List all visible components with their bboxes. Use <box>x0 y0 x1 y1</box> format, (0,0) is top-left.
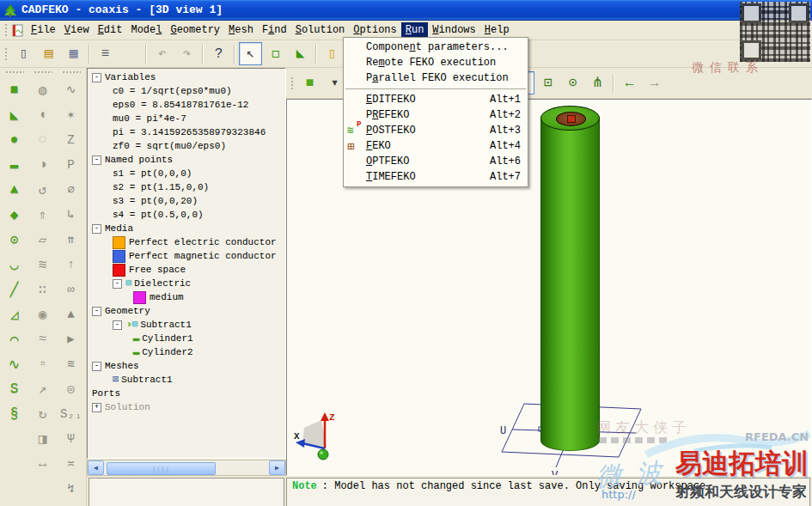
create-spline-button[interactable]: ∿ <box>2 351 27 376</box>
menu-item-feko[interactable]: FEKO Alt+4 <box>344 138 528 154</box>
cone-tool-button[interactable]: ▲ <box>58 302 83 326</box>
redo-button[interactable]: ↷ <box>175 42 198 65</box>
create-polyline-button[interactable]: ◿ <box>2 302 27 326</box>
create-ellipse-button[interactable]: ⊙ <box>2 227 27 252</box>
tree-expand-box[interactable] <box>113 279 122 289</box>
tree-row[interactable]: Subtract1 <box>88 318 285 332</box>
menu-item-optfeko[interactable]: OPTFEKO Alt+6 <box>344 154 528 169</box>
mirror-button[interactable]: ◨ <box>30 426 55 451</box>
toolbar-grip[interactable] <box>290 76 295 90</box>
menu-windows[interactable]: Windows <box>428 22 479 38</box>
create-cuboid-button[interactable]: ■ <box>2 77 27 102</box>
menu-solution[interactable]: Solution <box>291 22 350 38</box>
tree-row[interactable]: s2 = pt(1.15,0,0) <box>88 180 285 194</box>
context-help-button[interactable]: ? <box>207 42 230 65</box>
cylinder-body[interactable] <box>540 117 600 451</box>
view-forward-button[interactable]: → <box>643 71 666 94</box>
tree-expand-box[interactable] <box>92 73 101 82</box>
menu-mesh[interactable]: Mesh <box>224 22 258 38</box>
tree-row[interactable]: Cylinder1 <box>88 332 285 345</box>
tree-expand-box[interactable] <box>92 307 101 316</box>
create-flare-button[interactable]: ◣ <box>2 102 27 127</box>
scrollbar-left-arrow[interactable]: ◀ <box>88 460 104 475</box>
tree-row[interactable]: s4 = pt(0.5,0,0) <box>88 208 285 222</box>
sweep-button[interactable]: ▱ <box>30 227 55 252</box>
zoom-extents-button[interactable]: ⊡ <box>536 71 559 94</box>
create-analytical-curve-button[interactable]: S <box>2 376 27 401</box>
create-cube-button[interactable]: ■ <box>298 71 321 94</box>
3d-view-button[interactable]: 3D <box>119 42 142 65</box>
s-parameter-button[interactable]: S₂₁ <box>58 401 83 426</box>
zoom-window-button[interactable]: ⊙ <box>561 71 584 94</box>
cylinder-top-face[interactable] <box>540 106 600 131</box>
tree-row[interactable]: medium <box>88 290 285 304</box>
menu-run[interactable]: Run <box>401 22 429 38</box>
sine-source-button[interactable]: ∅ <box>58 177 83 202</box>
coax-cylinder-model[interactable] <box>540 106 600 451</box>
tree-section-solution[interactable]: Solution <box>88 400 285 414</box>
explode-button[interactable]: ✶ <box>58 102 83 127</box>
wave-tool-button[interactable]: ∿ <box>58 77 83 102</box>
create-cylinder-button[interactable]: ▬ <box>2 152 27 177</box>
extrude-button[interactable]: ⇑ <box>30 202 55 227</box>
ripple-surface-button[interactable]: ≈ <box>30 326 55 351</box>
rotate-view-button[interactable]: ⋔ <box>586 71 609 94</box>
tree-row[interactable]: Cylinder2 <box>88 345 285 359</box>
rect-select-button[interactable]: ◻ <box>264 42 287 65</box>
tree-expand-box[interactable] <box>92 224 101 234</box>
menu-item-postfeko[interactable]: POSTFEKO Alt+3 <box>344 123 528 138</box>
scrollbar-thumb[interactable] <box>107 462 216 475</box>
toolbar-grip[interactable] <box>62 70 81 75</box>
re-evaluate-button[interactable]: ↻ <box>30 401 55 426</box>
create-paraboloid-button[interactable]: ◡ <box>2 252 27 277</box>
toolbar-grip[interactable] <box>4 47 9 61</box>
menu-item-parallel-feko-execution[interactable]: Parallel FEKO execution <box>344 70 528 86</box>
menu-help[interactable]: Help <box>480 22 514 38</box>
port-p-button[interactable]: P <box>58 152 83 177</box>
half-ellipse-button[interactable]: ◖ <box>30 102 55 127</box>
tree-row[interactable]: Free space <box>88 263 285 277</box>
tree-expand-box[interactable] <box>92 155 101 165</box>
create-helix-button[interactable]: § <box>2 401 27 426</box>
create-line-button[interactable]: ╱ <box>2 277 27 302</box>
tree-row[interactable]: Dielectric <box>88 277 285 290</box>
tree-row[interactable]: Perfect magnetic conductor <box>88 249 285 263</box>
select-pointer-button[interactable]: ↖ <box>239 42 262 65</box>
tree-expand-box[interactable] <box>113 320 122 330</box>
layers-button[interactable]: ≋ <box>58 351 83 376</box>
project-button[interactable]: ↗ <box>30 376 55 401</box>
create-arc-button[interactable]: ⌒ <box>2 326 27 351</box>
scale-button[interactable]: ↔ <box>30 451 55 476</box>
tree-expand-box[interactable] <box>92 362 101 371</box>
menu-model[interactable]: Model <box>126 22 166 38</box>
tree-row[interactable]: eps0 = 8.85418781761e-12 <box>88 98 285 112</box>
tree-row[interactable]: c0 = 1/sqrt(eps0*mu0) <box>88 84 285 98</box>
toolbar-grip[interactable] <box>34 70 52 75</box>
tree-row[interactable]: s1 = pt(0,0,0) <box>88 167 285 180</box>
scrollbar-right-arrow[interactable]: ▶ <box>269 460 285 475</box>
create-polygon-button[interactable]: ◆ <box>2 202 27 227</box>
menu-item-prefeko[interactable]: PREFEKO Alt+2 <box>344 107 528 123</box>
menu-edit[interactable]: Edit <box>94 22 127 38</box>
tree-section-media[interactable]: Media <box>88 222 285 235</box>
tree-section-variables[interactable]: Variables <box>88 70 285 84</box>
menu-item-timefeko[interactable]: TIMEFEKO Alt+7 <box>344 169 528 185</box>
create-cone-button[interactable]: ▲ <box>2 177 27 202</box>
bolt-button[interactable]: ↯ <box>58 476 83 501</box>
open-file-button[interactable]: ▤ <box>37 42 60 65</box>
zigzag-button[interactable]: Z <box>58 127 83 152</box>
search-tool-button[interactable]: ∞ <box>58 277 83 302</box>
tree-row[interactable]: Subtract1 <box>88 373 285 387</box>
create-sphere-button[interactable]: ● <box>2 127 27 152</box>
tree-row[interactable]: Perfect electric conductor <box>88 235 285 249</box>
double-arrow-button[interactable]: ⇈ <box>58 227 83 252</box>
ball-tool-button[interactable]: ◎ <box>58 376 83 401</box>
tree-section-meshes[interactable]: Meshes <box>88 359 285 373</box>
revolve-button[interactable]: ◌ <box>30 127 55 152</box>
tree-row[interactable]: s3 = pt(0,0,20) <box>88 194 285 208</box>
inner-conductor[interactable] <box>556 112 586 126</box>
report-button[interactable]: ≡ <box>94 42 117 65</box>
menu-item-editfeko[interactable]: EDITFEKO Alt+1 <box>344 92 528 107</box>
scrollbar-track[interactable] <box>104 461 269 474</box>
region-select-button[interactable]: ▫ <box>30 351 55 376</box>
